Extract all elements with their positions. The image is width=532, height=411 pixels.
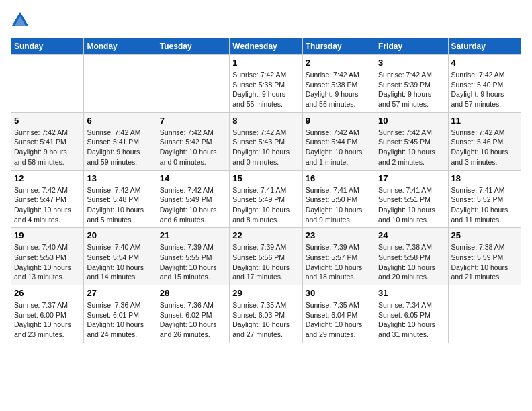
day-info: Sunrise: 7:36 AM Sunset: 6:01 PM Dayligh… [87, 300, 153, 340]
page-header [11, 11, 521, 30]
day-number: 29 [232, 288, 299, 298]
day-number: 21 [160, 230, 226, 240]
calendar-week-5: 26Sunrise: 7:37 AM Sunset: 6:00 PM Dayli… [11, 285, 521, 343]
day-number: 28 [160, 288, 226, 298]
calendar-cell: 16Sunrise: 7:41 AM Sunset: 5:50 PM Dayli… [302, 170, 375, 228]
day-number: 10 [378, 116, 445, 126]
calendar-cell: 22Sunrise: 7:39 AM Sunset: 5:56 PM Dayli… [230, 228, 302, 285]
day-number: 17 [378, 173, 445, 183]
calendar-cell: 29Sunrise: 7:35 AM Sunset: 6:03 PM Dayli… [230, 285, 302, 343]
day-info: Sunrise: 7:40 AM Sunset: 5:54 PM Dayligh… [87, 242, 153, 282]
day-info: Sunrise: 7:41 AM Sunset: 5:52 PM Dayligh… [451, 185, 518, 225]
day-info: Sunrise: 7:40 AM Sunset: 5:53 PM Dayligh… [14, 242, 81, 282]
calendar-cell: 2Sunrise: 7:42 AM Sunset: 5:38 PM Daylig… [302, 55, 375, 113]
day-number: 8 [232, 116, 299, 126]
calendar-cell [84, 55, 157, 113]
calendar-cell: 13Sunrise: 7:42 AM Sunset: 5:48 PM Dayli… [84, 170, 157, 228]
calendar-cell: 6Sunrise: 7:42 AM Sunset: 5:41 PM Daylig… [84, 112, 157, 170]
day-number: 27 [87, 288, 153, 298]
calendar-cell: 11Sunrise: 7:42 AM Sunset: 5:46 PM Dayli… [448, 112, 521, 170]
day-info: Sunrise: 7:42 AM Sunset: 5:42 PM Dayligh… [160, 128, 226, 167]
calendar-cell: 7Sunrise: 7:42 AM Sunset: 5:42 PM Daylig… [157, 112, 229, 170]
day-number: 7 [160, 116, 226, 126]
day-info: Sunrise: 7:42 AM Sunset: 5:38 PM Dayligh… [232, 70, 299, 109]
day-info: Sunrise: 7:41 AM Sunset: 5:51 PM Dayligh… [378, 185, 445, 225]
day-info: Sunrise: 7:42 AM Sunset: 5:47 PM Dayligh… [14, 185, 81, 225]
day-info: Sunrise: 7:34 AM Sunset: 6:05 PM Dayligh… [378, 300, 445, 340]
calendar-cell [11, 55, 84, 113]
day-info: Sunrise: 7:35 AM Sunset: 6:04 PM Dayligh… [306, 300, 372, 340]
day-info: Sunrise: 7:42 AM Sunset: 5:46 PM Dayligh… [451, 128, 518, 167]
calendar-cell: 14Sunrise: 7:42 AM Sunset: 5:49 PM Dayli… [157, 170, 229, 228]
day-header-wednesday: Wednesday [230, 38, 302, 55]
day-number: 11 [451, 116, 518, 126]
calendar-cell: 1Sunrise: 7:42 AM Sunset: 5:38 PM Daylig… [230, 55, 302, 113]
calendar-cell: 3Sunrise: 7:42 AM Sunset: 5:39 PM Daylig… [375, 55, 448, 113]
day-number: 13 [87, 173, 153, 183]
day-number: 1 [232, 58, 299, 68]
calendar-cell: 25Sunrise: 7:38 AM Sunset: 5:59 PM Dayli… [448, 228, 521, 285]
day-number: 25 [451, 230, 518, 240]
day-number: 14 [160, 173, 226, 183]
day-number: 12 [14, 173, 81, 183]
calendar-week-1: 1Sunrise: 7:42 AM Sunset: 5:38 PM Daylig… [11, 55, 521, 113]
day-info: Sunrise: 7:42 AM Sunset: 5:40 PM Dayligh… [451, 70, 518, 109]
calendar-cell: 23Sunrise: 7:39 AM Sunset: 5:57 PM Dayli… [302, 228, 375, 285]
day-header-monday: Monday [84, 38, 157, 55]
day-info: Sunrise: 7:41 AM Sunset: 5:49 PM Dayligh… [232, 185, 299, 225]
calendar-week-2: 5Sunrise: 7:42 AM Sunset: 5:41 PM Daylig… [11, 112, 521, 170]
calendar-cell: 9Sunrise: 7:42 AM Sunset: 5:44 PM Daylig… [302, 112, 375, 170]
calendar-header-row: SundayMondayTuesdayWednesdayThursdayFrid… [11, 38, 521, 55]
day-info: Sunrise: 7:35 AM Sunset: 6:03 PM Dayligh… [232, 300, 299, 340]
logo [11, 11, 32, 30]
calendar-cell [157, 55, 229, 113]
calendar-cell: 20Sunrise: 7:40 AM Sunset: 5:54 PM Dayli… [84, 228, 157, 285]
day-header-sunday: Sunday [11, 38, 84, 55]
day-info: Sunrise: 7:38 AM Sunset: 5:58 PM Dayligh… [378, 242, 445, 282]
day-header-saturday: Saturday [448, 38, 521, 55]
day-info: Sunrise: 7:42 AM Sunset: 5:41 PM Dayligh… [87, 128, 153, 167]
calendar-week-3: 12Sunrise: 7:42 AM Sunset: 5:47 PM Dayli… [11, 170, 521, 228]
day-info: Sunrise: 7:42 AM Sunset: 5:43 PM Dayligh… [232, 128, 299, 167]
calendar-cell: 4Sunrise: 7:42 AM Sunset: 5:40 PM Daylig… [448, 55, 521, 113]
day-info: Sunrise: 7:39 AM Sunset: 5:55 PM Dayligh… [160, 242, 226, 282]
calendar-cell: 21Sunrise: 7:39 AM Sunset: 5:55 PM Dayli… [157, 228, 229, 285]
calendar-week-4: 19Sunrise: 7:40 AM Sunset: 5:53 PM Dayli… [11, 228, 521, 285]
day-info: Sunrise: 7:42 AM Sunset: 5:41 PM Dayligh… [14, 128, 81, 167]
day-info: Sunrise: 7:42 AM Sunset: 5:39 PM Dayligh… [378, 70, 445, 109]
calendar-cell: 19Sunrise: 7:40 AM Sunset: 5:53 PM Dayli… [11, 228, 84, 285]
day-info: Sunrise: 7:38 AM Sunset: 5:59 PM Dayligh… [451, 242, 518, 282]
day-number: 26 [14, 288, 81, 298]
day-number: 3 [378, 58, 445, 68]
day-info: Sunrise: 7:39 AM Sunset: 5:56 PM Dayligh… [232, 242, 299, 282]
day-number: 20 [87, 230, 153, 240]
day-info: Sunrise: 7:39 AM Sunset: 5:57 PM Dayligh… [306, 242, 372, 282]
day-info: Sunrise: 7:42 AM Sunset: 5:49 PM Dayligh… [160, 185, 226, 225]
calendar-cell: 12Sunrise: 7:42 AM Sunset: 5:47 PM Dayli… [11, 170, 84, 228]
logo-icon [11, 11, 30, 30]
calendar-cell: 15Sunrise: 7:41 AM Sunset: 5:49 PM Dayli… [230, 170, 302, 228]
day-number: 19 [14, 230, 81, 240]
day-info: Sunrise: 7:36 AM Sunset: 6:02 PM Dayligh… [160, 300, 226, 340]
day-number: 5 [14, 116, 81, 126]
calendar-cell: 30Sunrise: 7:35 AM Sunset: 6:04 PM Dayli… [302, 285, 375, 343]
day-number: 4 [451, 58, 518, 68]
calendar-cell: 28Sunrise: 7:36 AM Sunset: 6:02 PM Dayli… [157, 285, 229, 343]
day-number: 6 [87, 116, 153, 126]
day-info: Sunrise: 7:41 AM Sunset: 5:50 PM Dayligh… [306, 185, 372, 225]
day-info: Sunrise: 7:37 AM Sunset: 6:00 PM Dayligh… [14, 300, 81, 340]
day-number: 22 [232, 230, 299, 240]
day-header-tuesday: Tuesday [157, 38, 229, 55]
calendar-table: SundayMondayTuesdayWednesdayThursdayFrid… [11, 38, 521, 343]
day-number: 23 [306, 230, 372, 240]
calendar-cell: 5Sunrise: 7:42 AM Sunset: 5:41 PM Daylig… [11, 112, 84, 170]
day-number: 16 [306, 173, 372, 183]
day-info: Sunrise: 7:42 AM Sunset: 5:48 PM Dayligh… [87, 185, 153, 225]
day-header-friday: Friday [375, 38, 448, 55]
calendar-cell: 18Sunrise: 7:41 AM Sunset: 5:52 PM Dayli… [448, 170, 521, 228]
calendar-cell: 8Sunrise: 7:42 AM Sunset: 5:43 PM Daylig… [230, 112, 302, 170]
calendar-cell: 27Sunrise: 7:36 AM Sunset: 6:01 PM Dayli… [84, 285, 157, 343]
calendar-cell: 17Sunrise: 7:41 AM Sunset: 5:51 PM Dayli… [375, 170, 448, 228]
calendar-cell: 26Sunrise: 7:37 AM Sunset: 6:00 PM Dayli… [11, 285, 84, 343]
calendar-cell: 31Sunrise: 7:34 AM Sunset: 6:05 PM Dayli… [375, 285, 448, 343]
